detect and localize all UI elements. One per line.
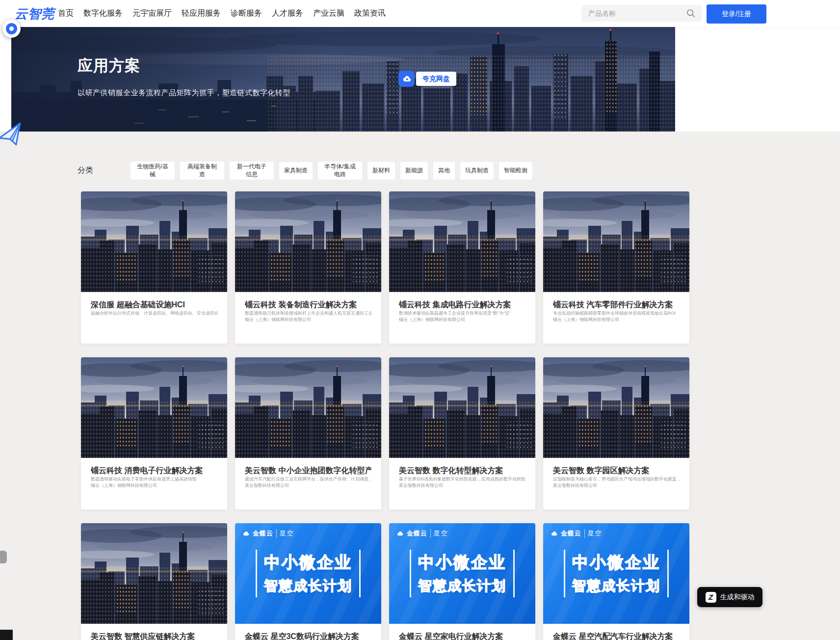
kingdee-logo-subtext: 星空 bbox=[276, 529, 294, 538]
filter-chip[interactable]: 新一代电子信息 bbox=[230, 161, 274, 180]
card-body: 美云智数 数字园区解决方案 以智能制造为核心牵引，带动园区生产端与运维端的数字化… bbox=[543, 458, 689, 489]
kingdee-slogan: 中小微企业 智慧成长计划 bbox=[256, 550, 361, 597]
card-image bbox=[389, 191, 535, 292]
kingdee-cloud-icon bbox=[396, 530, 404, 537]
kingdee-cloud-icon bbox=[550, 530, 558, 537]
generate-drive-button[interactable]: Z 生成和驱动 bbox=[697, 587, 762, 607]
filter-chip[interactable]: 家具制造 bbox=[279, 162, 313, 180]
nav-item[interactable]: 元宇宙展厅 bbox=[132, 8, 172, 19]
solution-card[interactable]: 锱云科技 汽车零部件行业解决方案 专业实战经验赋能精密零部件全球独家供货商精准投… bbox=[543, 191, 689, 344]
solution-card[interactable]: 锱云科技 装备制造行业解决方案 数据透明助力机床制造领域标杆上市企业构建人机互联… bbox=[235, 191, 381, 344]
nav-item[interactable]: 产业云脑 bbox=[313, 8, 344, 19]
kingdee-logo: 金蝶云 星空 bbox=[242, 529, 294, 538]
search-input[interactable] bbox=[581, 9, 686, 17]
search-icon[interactable] bbox=[686, 8, 696, 18]
city-skyline-image bbox=[389, 357, 535, 458]
card-company: 美云智数科技有限公司 bbox=[245, 482, 371, 489]
card-company: 美云智数科技有限公司 bbox=[553, 482, 680, 489]
city-skyline-image bbox=[81, 357, 227, 458]
solution-card[interactable]: 金蝶云 星空 中小微企业 智慧成长计划 金蝶云 星空家电行业解决方案 bbox=[389, 523, 535, 640]
solution-card[interactable]: 美云智数 数字园区解决方案 以智能制造为核心牵引，带动园区生产端与运维端的数字化… bbox=[543, 357, 689, 509]
card-body: 金蝶云 星空汽配汽车行业解决方案 bbox=[543, 624, 689, 640]
nav-item[interactable]: 政策资讯 bbox=[354, 8, 386, 19]
filter-chip[interactable]: 高端装备制造 bbox=[180, 161, 224, 180]
quark-netdisk-badge[interactable]: 夸克网盘 bbox=[398, 71, 456, 87]
kingdee-banner-image: 金蝶云 星空 中小微企业 智慧成长计划 bbox=[543, 523, 689, 624]
kingdee-logo-text: 金蝶云 bbox=[253, 529, 273, 538]
kingdee-slogan-line1: 中小微企业 bbox=[418, 552, 506, 574]
brand-logo[interactable]: 云智莞 bbox=[15, 5, 54, 23]
nav-item[interactable]: 诊断服务 bbox=[231, 8, 262, 19]
card-title: 锱云科技 集成电路行业解决方案 bbox=[399, 300, 525, 310]
solution-card[interactable]: 金蝶云 星空 中小微企业 智慧成长计划 金蝶云 星空汽配汽车行业解决方案 bbox=[543, 523, 689, 640]
card-image bbox=[543, 191, 689, 292]
card-body: 美云智数 中小企业抱团数字化转型产业... 建设汽车汽配行业级工业互联网平台，提… bbox=[235, 458, 381, 489]
card-image bbox=[235, 191, 381, 292]
login-register-button[interactable]: 登录/注册 bbox=[707, 4, 766, 24]
city-skyline-image bbox=[81, 191, 227, 292]
generate-button-label: 生成和驱动 bbox=[720, 593, 755, 602]
category-chip-list: 生物医药/器械 高端装备制造 新一代电子信息 家具制造 半导体/集成电路 新材料… bbox=[131, 161, 532, 180]
solution-card[interactable]: 金蝶云 星空 中小微企业 智慧成长计划 金蝶云 星空3C数码行业解决方案 bbox=[235, 523, 381, 640]
card-image bbox=[81, 357, 227, 458]
kingdee-logo-subtext: 星空 bbox=[584, 529, 603, 538]
card-image bbox=[235, 357, 381, 458]
filter-chip[interactable]: 新材料 bbox=[368, 162, 395, 180]
card-company: 锱云（上海）物联网科技有限公司 bbox=[399, 317, 525, 323]
card-image bbox=[389, 357, 535, 458]
solution-card[interactable]: 美云智数 中小企业抱团数字化转型产业... 建设汽车汽配行业级工业互联网平台，提… bbox=[235, 357, 381, 509]
card-body: 美云智数 数字化转型解决方案 基于世界500强美的集团数字化转型实践，应用成熟的… bbox=[389, 458, 535, 489]
card-body: 锱云科技 装备制造行业解决方案 数据透明助力机床制造领域标杆上市企业构建人机互联… bbox=[235, 292, 381, 323]
page-subtitle: 以研产供销服全业务流程产品矩阵为抓手，塑造链式数字化转型 bbox=[78, 88, 290, 98]
card-company: 锱云（上海）物联网科技有限公司 bbox=[553, 317, 680, 323]
page-title: 应用方案 bbox=[78, 55, 140, 76]
nav-item[interactable]: 人才服务 bbox=[272, 8, 303, 19]
filter-chip[interactable]: 半导体/集成电路 bbox=[318, 161, 362, 180]
kingdee-logo-text: 金蝶云 bbox=[561, 529, 581, 538]
filter-chip[interactable]: 玩具制造 bbox=[460, 162, 494, 180]
kingdee-slogan: 中小微企业 智慧成长计划 bbox=[564, 550, 669, 597]
solution-card-grid: 深信服 超融合基础设施HCI 超融合软件以分布式存储、计算虚拟化、网络虚拟化、安… bbox=[81, 191, 689, 640]
card-title: 金蝶云 星空3C数码行业解决方案 bbox=[245, 632, 371, 640]
card-body: 锱云科技 消费电子行业解决方案 数据透明驱动头部电子零部件供应商逆势上扬高效转型… bbox=[81, 458, 227, 489]
card-image bbox=[543, 357, 689, 458]
card-body: 金蝶云 星空家电行业解决方案 bbox=[389, 624, 535, 640]
filter-chip[interactable]: 生物医药/器械 bbox=[131, 161, 175, 180]
card-title: 美云智数 数字化转型解决方案 bbox=[399, 466, 525, 476]
side-tab-handle[interactable] bbox=[0, 551, 7, 563]
solution-card[interactable]: 锱云科技 消费电子行业解决方案 数据透明驱动头部电子零部件供应商逆势上扬高效转型… bbox=[81, 357, 227, 509]
solution-card[interactable]: 美云智数 数字化转型解决方案 基于世界500强美的集团数字化转型实践，应用成熟的… bbox=[389, 357, 535, 509]
floating-target-button[interactable] bbox=[2, 20, 21, 38]
card-description: 数湖技术驱动头部晶圆专工企业提升良率实现变“数”为“宝” bbox=[399, 310, 525, 317]
card-title: 锱云科技 装备制造行业解决方案 bbox=[245, 300, 371, 310]
solution-card[interactable]: 美云智数 智慧供应链解决方案 bbox=[81, 523, 227, 640]
card-body: 锱云科技 集成电路行业解决方案 数湖技术驱动头部晶圆专工企业提升良率实现变“数”… bbox=[389, 292, 535, 323]
hero-left-shade bbox=[11, 27, 675, 132]
card-title: 美云智数 智慧供应链解决方案 bbox=[91, 632, 217, 640]
kingdee-slogan-line1: 中小微企业 bbox=[264, 552, 352, 574]
quark-badge-label: 夸克网盘 bbox=[416, 72, 456, 86]
solution-card[interactable]: 深信服 超融合基础设施HCI 超融合软件以分布式存储、计算虚拟化、网络虚拟化、安… bbox=[81, 191, 227, 344]
kingdee-slogan-line1: 中小微企业 bbox=[572, 552, 660, 574]
filter-chip[interactable]: 智能检测 bbox=[499, 162, 532, 180]
kingdee-cloud-icon bbox=[242, 530, 250, 537]
card-description: 数据透明驱动头部电子零部件供应商逆势上扬高效转型 bbox=[91, 476, 217, 482]
card-image bbox=[81, 523, 227, 624]
filter-chip[interactable]: 其他 bbox=[433, 162, 455, 180]
city-skyline-image bbox=[235, 191, 381, 292]
paper-plane-icon[interactable] bbox=[0, 120, 26, 150]
solution-card[interactable]: 锱云科技 集成电路行业解决方案 数湖技术驱动头部晶圆专工企业提升良率实现变“数”… bbox=[389, 191, 535, 344]
nav-item[interactable]: 轻应用服务 bbox=[182, 8, 221, 19]
nav-item[interactable]: 首页 bbox=[58, 8, 74, 19]
generate-logo-icon: Z bbox=[706, 592, 716, 603]
kingdee-slogan: 中小微企业 智慧成长计划 bbox=[410, 550, 515, 597]
card-company: 美云智数科技有限公司 bbox=[399, 482, 525, 489]
nav-item[interactable]: 数字化服务 bbox=[83, 8, 123, 19]
kingdee-banner-image: 金蝶云 星空 中小微企业 智慧成长计划 bbox=[389, 523, 535, 624]
cloud-icon bbox=[398, 71, 415, 87]
top-navbar: 云智莞 首页 数字化服务 元宇宙展厅 轻应用服务 诊断服务 人才服务 产业云脑 … bbox=[0, 0, 840, 27]
card-company bbox=[91, 317, 217, 322]
kingdee-logo: 金蝶云 星空 bbox=[550, 529, 603, 538]
kingdee-slogan-line2: 智慧成长计划 bbox=[572, 577, 660, 595]
filter-chip[interactable]: 新能源 bbox=[400, 162, 428, 180]
